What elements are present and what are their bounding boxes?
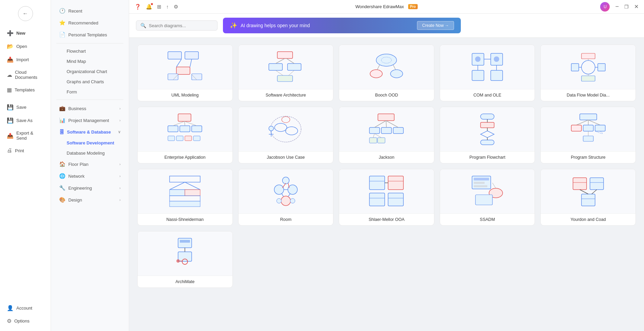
- sidebar-item-business[interactable]: 💼 Business ›: [54, 103, 126, 114]
- svg-rect-73: [481, 122, 494, 128]
- template-room-preview: [239, 169, 333, 213]
- sidebar-item-new[interactable]: ➕ New: [2, 27, 49, 39]
- minimize-button[interactable]: −: [615, 3, 619, 10]
- svg-rect-2: [176, 67, 190, 74]
- sidebar-item-orgchart[interactable]: Organizational Chart: [54, 67, 126, 76]
- settings-icon[interactable]: ⚙: [174, 4, 178, 10]
- sidebar-item-save-as[interactable]: 💾 Save As: [2, 114, 49, 127]
- nav-save-label: Save: [16, 105, 27, 110]
- svg-rect-9: [277, 52, 293, 58]
- sidebar-item-network[interactable]: 🌐 Network ›: [54, 170, 126, 182]
- sidebar-item-db-modeling[interactable]: Database Modeling: [54, 148, 126, 158]
- templates-area: UML Modeling Software Arch: [129, 38, 644, 331]
- avatar[interactable]: U: [600, 2, 610, 12]
- sidebar-item-templates[interactable]: ▦ Templates: [2, 84, 49, 96]
- sidebar-item-open[interactable]: 📂 Open: [2, 40, 49, 53]
- svg-line-70: [373, 134, 375, 138]
- svg-point-105: [277, 198, 281, 203]
- share-icon[interactable]: ↑: [166, 4, 169, 10]
- create-now-button[interactable]: Create Now →: [417, 21, 454, 30]
- svg-line-66: [386, 121, 386, 127]
- template-ssadm[interactable]: SSADM: [440, 169, 535, 226]
- back-button[interactable]: ←: [18, 6, 33, 21]
- sidebar-item-print[interactable]: 🖨 Print: [2, 144, 49, 157]
- nav-account-label: Account: [16, 306, 32, 311]
- software-icon: 🗄: [59, 129, 64, 135]
- template-room[interactable]: Room: [238, 169, 334, 226]
- template-enterprise[interactable]: Enterprise Application: [137, 107, 233, 163]
- template-program-flow[interactable]: Program Flowchart: [440, 107, 535, 163]
- sidebar-item-recent[interactable]: 🕐 Recent: [54, 5, 126, 17]
- business-label: Business: [68, 106, 86, 111]
- template-software-arch-label: Software Architecture: [239, 89, 333, 101]
- main-content: ❓ 🔔 ⊞ ↑ ⚙ Wondershare EdrawMax Pro U − ❐…: [129, 0, 644, 331]
- template-jacobson[interactable]: Jacobson Use Case: [238, 107, 334, 163]
- template-nassi[interactable]: Nassi-Shneiderman: [137, 169, 233, 226]
- svg-rect-10: [269, 64, 282, 70]
- sidebar-item-flowchart[interactable]: Flowchart: [54, 46, 126, 56]
- sidebar-item-recommended[interactable]: ⭐ Recommended: [54, 17, 126, 29]
- template-program-struct[interactable]: Program Structure: [540, 107, 636, 163]
- template-booch[interactable]: Booch OOD: [339, 45, 434, 101]
- template-software-arch[interactable]: Software Architecture: [238, 45, 334, 101]
- template-jackson[interactable]: Jackson: [339, 107, 434, 163]
- svg-rect-111: [369, 193, 385, 206]
- sidebar-item-cloud[interactable]: ☁ Cloud Documents: [2, 67, 49, 83]
- nav-templates-label: Templates: [15, 87, 35, 92]
- template-data-flow[interactable]: Data Flow Model Dia...: [540, 45, 636, 101]
- bell-icon[interactable]: 🔔: [146, 4, 152, 10]
- sidebar-item-export[interactable]: 📤 Export & Send: [2, 127, 49, 144]
- template-uml[interactable]: UML Modeling: [137, 45, 233, 101]
- sidebar-item-engineering[interactable]: 🔧 Engineering ›: [54, 182, 126, 194]
- sidebar-item-software-dev[interactable]: Software Development: [54, 138, 126, 148]
- svg-rect-86: [583, 136, 593, 141]
- template-archimate[interactable]: ArchiMate: [137, 231, 233, 288]
- template-yourdon-preview: [541, 169, 636, 213]
- template-com-ole-preview: [440, 45, 535, 89]
- svg-point-19: [390, 70, 403, 78]
- grid-icon[interactable]: ⊞: [157, 4, 161, 10]
- sidebar-item-import[interactable]: 📥 Import: [2, 53, 49, 66]
- svg-line-80: [576, 120, 588, 125]
- sidebar-item-software-database[interactable]: 🗄 Software & Database ∨: [54, 126, 126, 138]
- sidebar-item-options[interactable]: ⚙ Options: [2, 315, 49, 327]
- floorplan-icon: 🏠: [59, 161, 66, 167]
- import-icon: 📥: [7, 56, 14, 63]
- svg-rect-6: [192, 74, 202, 80]
- app-title: Wondershare EdrawMax: [355, 4, 404, 9]
- nav-export-label: Export & Send: [16, 130, 44, 141]
- sidebar-item-floorplan[interactable]: 🏠 Floor Plan ›: [54, 158, 126, 170]
- svg-rect-49: [176, 136, 183, 141]
- sidebar-item-form[interactable]: Form: [54, 87, 126, 97]
- sidebar-item-personal[interactable]: 📄 Personal Templates: [54, 29, 126, 40]
- search-icon: 🔍: [140, 23, 146, 28]
- search-box[interactable]: 🔍: [136, 20, 217, 31]
- help-icon[interactable]: ❓: [135, 4, 141, 10]
- template-enterprise-preview: [138, 107, 232, 151]
- template-yourdon[interactable]: Yourdon and Coad: [540, 169, 636, 226]
- sidebar-item-mindmap[interactable]: Mind Map: [54, 56, 126, 66]
- svg-point-96: [274, 185, 284, 194]
- sidebar-item-project[interactable]: 📊 Project Management ›: [54, 115, 126, 126]
- svg-rect-11: [288, 64, 301, 70]
- svg-rect-83: [571, 125, 581, 131]
- sidebar-item-graphs[interactable]: Graphs and Charts: [54, 77, 126, 87]
- search-input[interactable]: [149, 23, 213, 28]
- sidebar-item-account[interactable]: 👤 Account: [2, 302, 49, 314]
- svg-rect-69: [378, 138, 385, 143]
- sidebar-item-design[interactable]: 🎨 Design ›: [54, 194, 126, 206]
- svg-rect-1: [185, 52, 198, 59]
- template-shlaer[interactable]: Shlaer-Mellor OOA: [339, 169, 434, 226]
- maximize-button[interactable]: ❐: [624, 4, 629, 10]
- svg-rect-25: [472, 70, 484, 81]
- templates-grid: UML Modeling Software Arch: [137, 45, 636, 288]
- close-button[interactable]: ✕: [634, 3, 639, 10]
- template-program-flow-label: Program Flowchart: [440, 151, 535, 163]
- svg-line-21: [393, 65, 396, 70]
- svg-rect-125: [590, 178, 604, 190]
- flowchart-label: Flowchart: [67, 49, 86, 54]
- svg-line-47: [185, 121, 197, 126]
- star-icon: ⭐: [59, 20, 66, 26]
- template-com-ole[interactable]: COM and OLE: [440, 45, 535, 101]
- sidebar-item-save[interactable]: 💾 Save: [2, 101, 49, 114]
